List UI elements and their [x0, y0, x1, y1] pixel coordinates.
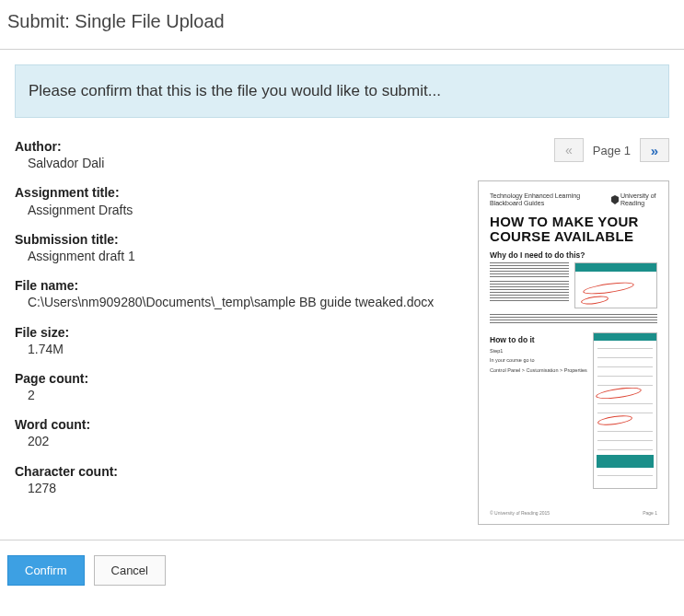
- thumb-footer: © University of Reading 2015Page 1: [490, 511, 657, 517]
- pager-next-button[interactable]: »: [640, 138, 669, 162]
- thumb-screenshot-2: [593, 332, 657, 489]
- author-label: Author:: [15, 138, 459, 155]
- file-size-label: File size:: [15, 324, 459, 341]
- preview-column: « Page 1 » Technology Enhanced Learning …: [478, 138, 669, 525]
- cancel-button[interactable]: Cancel: [94, 555, 166, 586]
- file-size-value: 1.74M: [15, 341, 459, 357]
- pager-label: Page 1: [593, 144, 631, 157]
- submission-title-value: Assignment draft 1: [15, 248, 459, 264]
- word-count-label: Word count:: [15, 416, 459, 433]
- thumb-screenshot-1: [574, 262, 657, 308]
- thumb-brand-right-text: University of Reading: [620, 192, 657, 207]
- thumb-brand-left-line1: Technology Enhanced Learning: [490, 192, 580, 200]
- content-area: Please confirm that this is the file you…: [0, 50, 684, 540]
- author-value: Salvador Dali: [15, 155, 459, 171]
- pager: « Page 1 »: [554, 138, 669, 162]
- assignment-title-label: Assignment title:: [15, 184, 459, 201]
- file-name-value: C:\Users\nm909280\Documents\_temp\sample…: [15, 294, 459, 310]
- confirm-banner: Please confirm that this is the file you…: [15, 64, 669, 118]
- thumb-step1-nav: Control Panel > Customisation > Properti…: [490, 367, 587, 373]
- assignment-title-value: Assignment Drafts: [15, 202, 459, 218]
- word-count-value: 202: [15, 433, 459, 449]
- thumb-para: [490, 262, 569, 277]
- page-count-label: Page count:: [15, 370, 459, 387]
- metadata-panel: Author: Salvador Dali Assignment title: …: [15, 138, 459, 509]
- thumb-howto-heading: How to do it: [490, 336, 587, 345]
- thumb-para: [490, 314, 657, 323]
- confirm-button[interactable]: Confirm: [7, 555, 85, 586]
- file-name-label: File name:: [15, 277, 459, 294]
- thumb-brand-right: University of Reading: [611, 192, 657, 207]
- page-count-value: 2: [15, 387, 459, 403]
- thumb-brand-left: Technology Enhanced Learning Blackboard …: [490, 192, 580, 207]
- footer-bar: Confirm Cancel: [0, 540, 684, 600]
- thumb-h1-line1: HOW TO MAKE YOUR: [490, 215, 657, 229]
- thumb-h1-line2: COURSE AVAILABLE: [490, 229, 657, 244]
- char-count-value: 1278: [15, 480, 459, 496]
- thumb-para: [490, 281, 569, 303]
- thumb-step1: Step1: [490, 348, 587, 354]
- pager-prev-button[interactable]: «: [554, 138, 584, 162]
- char-count-label: Character count:: [15, 463, 459, 480]
- thumb-step1-sub: In your course go to: [490, 357, 587, 363]
- shield-icon: [611, 195, 619, 204]
- thumb-h1: HOW TO MAKE YOUR COURSE AVAILABLE: [490, 215, 657, 244]
- thumb-brand-left-line2: Blackboard Guides: [490, 200, 580, 207]
- thumb-why-heading: Why do I need to do this?: [490, 251, 657, 261]
- page-title: Submit: Single File Upload: [0, 0, 684, 50]
- submission-title-label: Submission title:: [15, 231, 459, 248]
- document-thumbnail[interactable]: Technology Enhanced Learning Blackboard …: [478, 180, 669, 525]
